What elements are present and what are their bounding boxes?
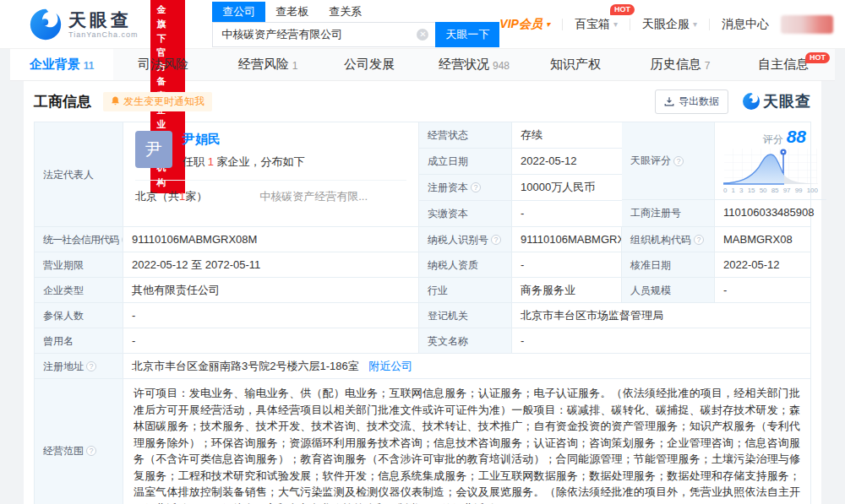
field-label-taxpayer-id: 纳税人识别号?	[419, 227, 512, 252]
nav-enterprise-service[interactable]: 天眼企服 ▾	[642, 17, 697, 32]
help-icon[interactable]: ?	[86, 446, 96, 456]
field-label-paid-capital: 实缴资本	[419, 201, 512, 226]
label-text: 经营范围	[43, 444, 84, 458]
field-label-org-code: 组织机构代码?	[622, 227, 715, 252]
tyc-score-chart[interactable]: 评分88	[715, 122, 826, 199]
label-text: 纳税人识别号	[428, 234, 488, 246]
help-icon[interactable]: ?	[86, 361, 96, 371]
help-icon[interactable]: ?	[471, 182, 481, 192]
label-text: 统一社会信用代码	[43, 234, 119, 246]
divider	[709, 19, 710, 30]
legal-rep-company-link[interactable]: 中核碳资产经营有限...	[259, 189, 368, 204]
field-value-established: 2022-05-12	[512, 149, 622, 174]
field-value-registry: 北京市丰台区市场监督管理局	[512, 303, 810, 328]
tab-label: 企业背景	[30, 57, 80, 73]
hot-badge: HOT	[610, 4, 635, 15]
notify-on-change-tag[interactable]: 发生变更时通知我	[103, 92, 212, 111]
field-label-reg-number: 工商注册号	[622, 200, 715, 226]
search-tab-relation[interactable]: 查关系	[319, 2, 372, 22]
tab-operation-status[interactable]: 经营状况948	[422, 49, 526, 80]
field-label-approval-date: 核准日期	[622, 252, 715, 277]
tab-judicial-risk[interactable]: 司法风险	[113, 49, 216, 80]
tianyancha-logo-icon	[29, 8, 63, 41]
nav-vip[interactable]: VIP会员 ▾	[499, 17, 550, 32]
avatar[interactable]: 尹	[135, 131, 172, 168]
search-button[interactable]: 天眼一下	[435, 22, 499, 47]
field-value-approval-date: 2022-05-12	[715, 252, 810, 277]
summary-prefix: 任职	[183, 155, 208, 168]
tab-history-info[interactable]: 历史信息7	[629, 49, 732, 80]
logo-subtext: TianYanCha.com	[68, 30, 139, 39]
tab-label: 经营风险	[238, 57, 289, 73]
nav-message-center[interactable]: 消息中心	[722, 17, 769, 32]
tab-count: 1	[292, 60, 298, 72]
field-label-credit-code: 统一社会信用代码?	[35, 227, 123, 252]
field-value-scope: 许可项目：发电业务、输电业务、供（配）电业务；互联网信息服务；认证服务；电子认证…	[123, 379, 810, 504]
nav-toolbox[interactable]: HOT 百宝箱 ▾	[575, 17, 618, 32]
help-icon[interactable]: ?	[694, 235, 704, 245]
field-label-business-term: 营业期限	[35, 252, 123, 277]
user-account-masked[interactable]	[781, 15, 833, 34]
export-button-label: 导出数据	[679, 95, 719, 109]
chevron-down-icon: ▾	[613, 19, 618, 29]
score-value-line: 评分88	[763, 127, 806, 147]
tab-self-info[interactable]: 自主信息 HOT	[732, 49, 835, 80]
help-icon[interactable]: ?	[673, 156, 684, 166]
legal-rep-name-link[interactable]: 尹娟民	[183, 132, 304, 148]
field-value-insured-count: -	[123, 303, 419, 328]
nav-message-center-label: 消息中心	[722, 17, 769, 32]
field-value-paid-capital: -	[512, 201, 622, 226]
region-suffix: 家）	[185, 190, 207, 203]
score-axis: 0131550859799100	[723, 187, 818, 194]
label-text: 注册地址	[43, 360, 84, 372]
field-value-org-code: MABMGRX08	[715, 227, 810, 252]
help-icon[interactable]: ?	[491, 235, 501, 245]
field-value-taxpayer-quality: -	[512, 252, 622, 277]
field-label-company-type: 企业类型	[35, 278, 123, 302]
field-value-status: 存续	[512, 122, 622, 148]
field-value-staff-size: -	[715, 278, 810, 302]
field-label-taxpayer-quality: 纳税人资质	[419, 252, 512, 277]
field-value-reg-number: 110106033485908	[715, 200, 826, 226]
tab-company-background[interactable]: 企业背景11	[10, 49, 113, 80]
field-value-address: 北京市丰台区金丽南路3号院2号楼六层1-186室 附近公司	[123, 354, 810, 378]
summary-count: 1	[208, 155, 214, 168]
bell-icon	[111, 96, 120, 106]
field-label-legal-rep: 法定代表人	[35, 122, 123, 226]
score-curve-chart	[723, 147, 818, 186]
field-value-industry: 商务服务业	[512, 278, 622, 302]
section-title: 工商信息	[34, 92, 91, 111]
search-input[interactable]	[212, 22, 435, 47]
tab-label: 历史信息	[651, 57, 701, 73]
field-value-company-type: 其他有限责任公司	[123, 278, 419, 302]
score-prefix: 评分	[763, 133, 783, 145]
nav-toolbox-label: 百宝箱	[575, 17, 610, 32]
tab-label: 经营状况	[439, 57, 489, 73]
region-prefix: 北京（共	[135, 190, 179, 203]
nearby-companies-link[interactable]: 附近公司	[368, 360, 412, 372]
tab-intellectual-property[interactable]: 知识产权	[526, 49, 629, 80]
tab-count: 11	[84, 60, 95, 72]
field-value-english-name: -	[512, 328, 810, 353]
tianyancha-logo[interactable]: 天眼查 TianYanCha.com	[29, 8, 139, 41]
nav-enterprise-service-label: 天眼企服	[642, 17, 690, 32]
clear-search-icon[interactable]: ✕	[417, 29, 428, 41]
chevron-down-icon: ▾	[546, 19, 550, 29]
logo-name: 天眼查	[68, 10, 139, 30]
label-text: 天眼评分	[630, 154, 671, 168]
legal-rep-region-link[interactable]: 北京（共1家）	[135, 189, 207, 204]
search-tab-boss[interactable]: 查老板	[265, 2, 319, 22]
field-label-address: 注册地址?	[35, 354, 123, 378]
field-label-status: 经营状态	[419, 122, 512, 148]
field-value-former-name: -	[123, 328, 419, 353]
business-info-table: 法定代表人 尹 尹娟民 任职 1 家企业，分布如下 北京（共1家） 中核碳资产经…	[34, 122, 811, 504]
search-tab-company[interactable]: 查公司	[212, 2, 265, 22]
field-label-registry: 登记机关	[419, 303, 512, 328]
field-value-business-term: 2022-05-12 至 2072-05-11	[123, 252, 419, 277]
tab-company-development[interactable]: 公司发展	[319, 49, 422, 80]
tab-operation-risk[interactable]: 经营风险1	[216, 49, 319, 80]
export-data-button[interactable]: 导出数据	[655, 89, 728, 114]
field-label-staff-size: 人员规模	[622, 278, 715, 302]
field-value-credit-code: 91110106MABMGRX08M	[123, 227, 419, 252]
gov-badge-line1: 国家中小企业发展子基金旗下	[157, 0, 179, 46]
